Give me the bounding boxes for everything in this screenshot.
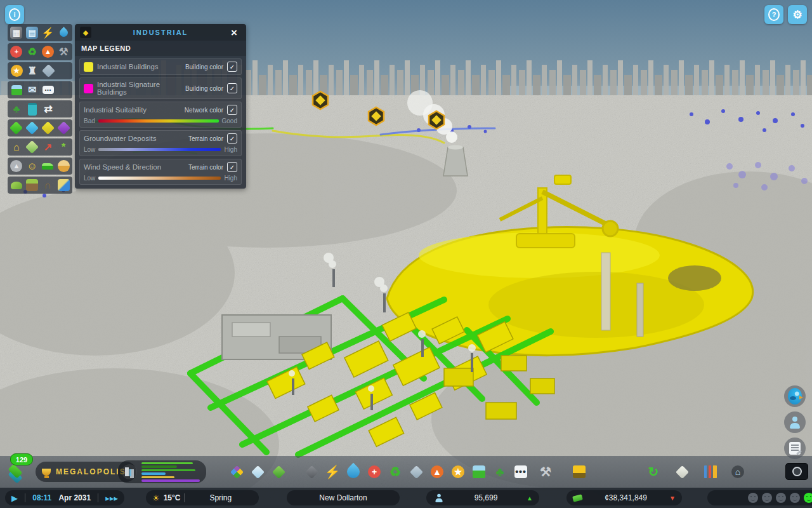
land-value-infoview-icon[interactable]: ⌂ [10,140,23,154]
administration-infoview-icon[interactable]: ♜ [25,64,39,78]
level-widget[interactable]: 129 [5,453,34,486]
legend-row: Wind Speed & Direction Terrain color ✓ L… [79,159,242,185]
tourism-infoview-icon[interactable] [25,102,39,116]
fertility-infoview-icon[interactable]: * [56,140,70,154]
areas-tool-icon[interactable] [249,462,266,481]
photo-mode-button[interactable] [785,463,808,480]
help-button[interactable]: ? [764,5,783,24]
economy-panel-icon[interactable]: ↻ [645,462,662,481]
parks-recreation-tool-icon[interactable]: ♣ [492,462,508,481]
legend-row-label: Industrial Signature Buildings [97,81,181,96]
electricity-infoview-icon[interactable]: ⚡ [41,25,55,40]
industrial-zone-icon: ◆ [80,27,91,38]
weather-widget[interactable]: ☀ 15°C Spring [146,490,259,505]
vehicles-infoview-icon[interactable]: ▤ [25,25,39,40]
terrain-infoview-icon[interactable] [10,178,23,192]
commercial-zones-infoview-icon[interactable] [25,121,39,135]
routes-infoview-icon[interactable]: ⇄ [41,102,55,116]
gradient-max-label: High [224,175,237,182]
trophy-icon [42,469,51,476]
legend-checkbox[interactable]: ✓ [227,105,237,115]
happiness-infoview-icon[interactable]: ☺ [25,159,39,173]
simulation-speed-button[interactable]: ▸▸▸ [105,494,118,502]
fire-rescue-infoview-icon[interactable]: ▲ [41,44,55,59]
play-pause-button[interactable]: ▶ [11,494,18,502]
landscaping-tool-icon[interactable]: ⚒ [537,462,554,481]
money-widget[interactable]: ¢38,341,849 ▼ [566,490,682,505]
industrial-zones-infoview-icon[interactable] [41,121,55,135]
communications-tool-icon[interactable]: ••• [513,462,529,481]
legend-row-type: Building color [185,85,223,92]
noise-pollution-infoview-icon[interactable]: ∩ [41,178,55,192]
residential-zones-infoview-icon[interactable] [10,121,23,135]
side-button-icon [789,442,801,455]
toolbar-tools: ⚡ + ♻ ▲ ★ ♣ ••• [228,456,746,488]
settings-button[interactable]: ⚙ [788,5,807,24]
workers-infoview-icon[interactable] [56,159,70,173]
city-map-panel-icon[interactable] [674,462,690,481]
zoning-demand-widget[interactable] [118,460,206,483]
legend-row-label: Groundwater Deposits [84,135,185,142]
water-sewage-infoview-icon[interactable] [56,25,70,40]
parks-infoview-icon[interactable]: ♣ [10,102,23,116]
legend-row-label: Wind Speed & Direction [84,163,185,171]
bulldozer-tool-icon[interactable] [571,462,587,481]
transportation-tool-icon[interactable] [471,462,487,481]
water-depth-infoview-icon[interactable] [56,178,70,192]
office-zones-infoview-icon[interactable] [56,121,70,135]
money-icon [572,494,583,502]
fire-rescue-tool-icon[interactable]: ▲ [429,462,445,481]
side-buttons [784,385,806,459]
population-widget[interactable]: 95,699 ▲ [426,490,539,505]
zoning-tool-icon[interactable] [228,462,245,481]
demand-bar [141,472,166,475]
healthcare-tool-icon[interactable]: + [366,462,383,481]
post-infoview-icon[interactable]: ✉ [25,83,39,97]
progression-panel-icon[interactable]: ⌂ [730,462,746,481]
statistics-infoview-icon[interactable]: ↗ [41,140,55,154]
police-tool-icon[interactable]: ★ [450,462,466,481]
healthcare-infoview-icon[interactable]: + [10,44,23,59]
gradient-min-label: Low [84,146,95,153]
panel-title: INDUSTRIAL [75,29,246,36]
happiness-face-icon [776,493,786,503]
electricity-tool-icon[interactable]: ⚡ [324,462,341,481]
traffic-infoview-icon[interactable] [41,159,55,173]
side-button-icon [789,416,801,429]
water-tool-icon[interactable] [345,462,362,481]
temperature: 15°C [164,493,181,502]
telecom-infoview-icon[interactable]: ••• [41,83,55,97]
statistics-panel-icon[interactable] [702,462,719,481]
chirper-button[interactable] [784,385,806,407]
police-infoview-icon[interactable]: ★ [10,64,23,78]
maintenance-infoview-icon[interactable]: ⚒ [56,44,70,59]
education-tool-icon[interactable] [408,462,424,481]
signature-buildings-tool-icon[interactable] [270,462,287,481]
population-trend-up-icon: ▲ [527,495,533,502]
color-swatch [84,84,93,93]
monuments-infoview-icon[interactable]: ▲ [10,159,23,173]
education-infoview-icon[interactable] [41,64,55,78]
gradient-bar [98,177,221,180]
natural-resources-infoview-icon[interactable] [25,178,39,192]
followed-citizen-button[interactable] [784,411,806,433]
legend-checkbox[interactable]: ✓ [227,62,237,72]
legend-checkbox[interactable]: ✓ [227,133,237,144]
legend-checkbox[interactable]: ✓ [227,83,237,93]
roads-tool-icon[interactable] [303,462,320,481]
side-button-icon [788,388,802,404]
legend-checkbox[interactable]: ✓ [227,162,237,172]
demand-bar [141,479,200,482]
info-views-button[interactable]: i [5,5,24,24]
attractiveness-infoview-icon[interactable] [25,140,39,154]
transportation-infoview-icon[interactable] [10,83,23,97]
garbage-infoview-icon[interactable]: ♻ [25,44,39,59]
legend-row: Industrial Signature Buildings Building … [79,77,242,99]
money-trend-down-icon: ▼ [669,495,676,502]
roads-infoview-icon[interactable]: ▦ [10,25,23,40]
close-icon[interactable]: × [227,27,241,39]
gear-icon: ⚙ [792,8,802,22]
garbage-tool-icon[interactable]: ♻ [387,462,403,481]
city-name-widget[interactable]: New Dollarton [287,490,400,505]
happiness-widget[interactable] [707,490,812,505]
